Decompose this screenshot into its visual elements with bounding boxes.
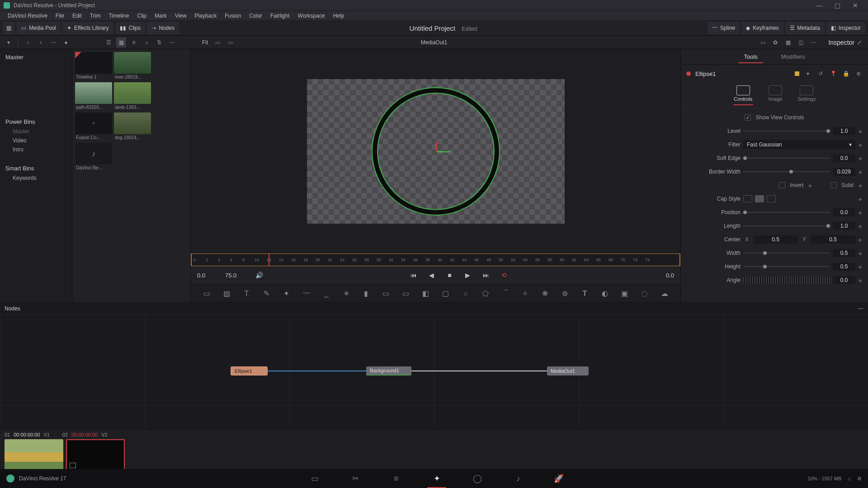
tool-paint[interactable]: ✎ <box>261 288 272 299</box>
view-list-button[interactable]: ≡ <box>129 38 139 47</box>
clip-thumb[interactable]: lamb-1353... <box>114 82 151 111</box>
tool-text3d[interactable]: T <box>580 288 590 299</box>
viewer-fit-dropdown[interactable]: Fit <box>200 39 210 46</box>
tool-matte[interactable]: ◧ <box>420 288 431 299</box>
menu-timeline[interactable]: Timeline <box>104 13 133 19</box>
page-media[interactable]: ▭ <box>308 472 321 485</box>
filter-button[interactable]: ⋯ <box>167 38 177 47</box>
go-start-button[interactable]: ⏮ <box>408 269 420 281</box>
clip-thumb[interactable]: +Fusion Co... <box>75 113 112 141</box>
node-connection[interactable] <box>268 371 366 371</box>
keyframe-diamond[interactable]: ◆ <box>858 156 863 161</box>
level-slider[interactable] <box>743 128 830 134</box>
keyframe-diamond[interactable]: ◆ <box>808 183 812 188</box>
filter-dropdown[interactable]: Fast Gaussian▾ <box>743 140 855 149</box>
menu-workspace[interactable]: Workspace <box>294 13 329 19</box>
bin-dropdown[interactable]: ▾ <box>4 38 14 47</box>
clip-thumb[interactable]: dog-18014... <box>114 113 151 141</box>
clip-thumb[interactable]: ♪DaVinci Re... <box>75 143 112 171</box>
center-y-value[interactable]: 0.5 <box>811 235 855 244</box>
tool-particles[interactable]: ✧ <box>520 288 531 299</box>
ellipse-mask-overlay[interactable] <box>373 88 499 215</box>
page-fairlight[interactable]: ♪ <box>511 472 525 485</box>
keyframe-diamond[interactable]: ◆ <box>858 183 863 188</box>
tool-fastnoise[interactable]: ▨ <box>222 288 232 299</box>
clip-thumb[interactable]: path-83203... <box>75 82 112 111</box>
tool-colorcorrector[interactable]: ☀ <box>341 288 352 299</box>
tool-prender[interactable]: ❋ <box>540 288 551 299</box>
power-bin-video[interactable]: Video <box>2 136 70 145</box>
height-value[interactable]: 0.5 <box>833 263 855 271</box>
inspector-expand-button[interactable]: ⤢ <box>854 38 864 47</box>
subtab-image[interactable]: Image <box>769 85 783 102</box>
view-thumb-button[interactable]: ▦ <box>116 38 126 47</box>
tool-erode[interactable]: ▮ <box>361 288 372 299</box>
play-button[interactable]: ▶ <box>462 269 474 281</box>
nav-forward-button[interactable]: › <box>36 38 46 47</box>
spline-button[interactable]: 〰Spline <box>708 22 740 34</box>
keyframe-diamond[interactable]: ◆ <box>858 142 863 147</box>
menu-playback[interactable]: Playback <box>190 13 221 19</box>
window-close-button[interactable]: ✕ <box>846 0 864 11</box>
subtab-controls[interactable]: Controls <box>733 85 753 105</box>
angle-value[interactable]: 0.0 <box>833 276 855 284</box>
effects-library-button[interactable]: ✦Effects Library <box>62 22 113 34</box>
keyframe-diamond[interactable]: ◆ <box>858 278 863 283</box>
inspector-button[interactable]: ◧Inspector <box>826 22 865 34</box>
menu-help[interactable]: Help <box>329 13 348 19</box>
version-indicator[interactable] <box>795 71 799 76</box>
clips-button[interactable]: ▮▮Clips <box>115 22 146 34</box>
node-color-dot[interactable] <box>686 71 691 76</box>
menu-color[interactable]: Color <box>245 13 266 19</box>
invert-checkbox[interactable] <box>779 182 785 188</box>
keyframe-diamond[interactable]: ◆ <box>858 129 863 134</box>
node-ellipse1[interactable]: Ellipse1 <box>231 366 268 375</box>
tool-pemitter[interactable]: ⊛ <box>560 288 571 299</box>
keyframe-diamond[interactable]: ◆ <box>858 224 863 229</box>
master-bin[interactable]: Master <box>2 52 70 62</box>
node-background1[interactable]: Background1 <box>366 366 411 375</box>
viewer-layout-button[interactable]: ▭ <box>758 38 768 47</box>
menu-davinci[interactable]: DaVinci Resolve <box>4 13 52 19</box>
search-button[interactable]: ⌕ <box>142 38 151 47</box>
timeline-clip-selected[interactable] <box>66 439 125 472</box>
height-slider[interactable] <box>743 263 830 270</box>
tool-mask-rect[interactable]: ▢ <box>440 288 451 299</box>
tool-light[interactable]: ◌ <box>639 288 650 299</box>
menu-fairlight[interactable]: Fairlight <box>266 13 294 19</box>
power-bins-header[interactable]: Power Bins <box>2 117 70 127</box>
go-end-button[interactable]: ⏭ <box>480 269 492 281</box>
tool-merge[interactable]: ▭ <box>381 288 392 299</box>
position-slider[interactable] <box>743 209 830 216</box>
power-bin-intro[interactable]: Intro <box>2 145 70 154</box>
inspector-tab-modifiers[interactable]: Modifiers <box>776 51 811 63</box>
timeline-clip[interactable] <box>5 439 63 472</box>
length-slider[interactable] <box>743 223 830 229</box>
angle-thumbwheel[interactable] <box>743 277 830 284</box>
lock-icon[interactable]: 🔒 <box>842 70 850 78</box>
smart-bins-header[interactable]: Smart Bins <box>2 163 70 174</box>
softedge-slider[interactable] <box>743 155 830 161</box>
sort-button[interactable]: ⇅ <box>154 38 164 47</box>
nodes-button[interactable]: ⇢Nodes <box>147 22 179 34</box>
keyframe-diamond[interactable]: ◆ <box>858 237 863 242</box>
tool-mask-ellipse[interactable]: ○ <box>460 288 471 299</box>
viewer-snapshot-button[interactable]: ✿ <box>770 38 780 47</box>
reset-icon[interactable]: ↺ <box>816 70 825 78</box>
window-maximize-button[interactable]: ▢ <box>828 0 846 11</box>
tool-camera3d[interactable]: ▣ <box>619 288 630 299</box>
menu-fusion[interactable]: Fusion <box>221 13 245 19</box>
viewer-opt2-button[interactable]: ▭ <box>225 38 235 47</box>
subtab-settings[interactable]: Settings <box>797 85 816 102</box>
page-fusion[interactable]: ✦ <box>430 472 443 485</box>
capstyle-flat-button[interactable] <box>743 195 752 202</box>
nav-back-button[interactable]: ‹ <box>23 38 33 47</box>
audio-toggle-button[interactable]: 🔊 <box>253 269 265 281</box>
page-deliver[interactable]: 🚀 <box>552 472 566 485</box>
menu-file[interactable]: File <box>52 13 68 19</box>
menu-trim[interactable]: Trim <box>86 13 105 19</box>
node-connection[interactable] <box>411 371 547 371</box>
node-name[interactable]: Ellipse1 <box>695 70 790 77</box>
page-cut[interactable]: ✂ <box>349 472 362 485</box>
playhead[interactable] <box>269 254 269 266</box>
